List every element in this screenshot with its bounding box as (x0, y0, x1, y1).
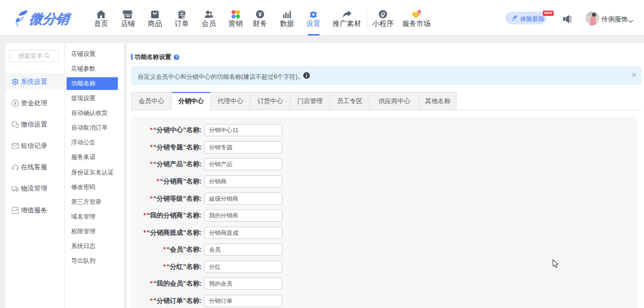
svg-text:H: H (418, 11, 420, 14)
